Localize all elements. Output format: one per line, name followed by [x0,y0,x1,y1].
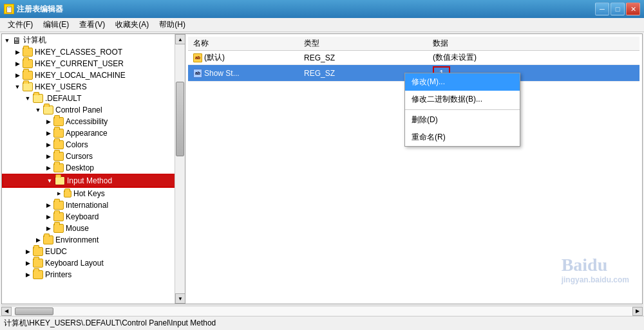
tree-item-mouse[interactable]: ▶ Mouse [2,223,185,234]
expand-hkcu: ▶ [12,59,23,69]
tree-item-default[interactable]: ▼ .DEFAULT [2,93,185,104]
ctx-item-modify[interactable]: 修改(M)... [405,73,520,91]
tree-scrollbar[interactable]: ▲ ▼ [175,34,185,304]
folder-mouse [53,224,64,233]
tree-item-controlpanel[interactable]: ▼ Control Panel [2,104,185,116]
label-hotkeys: Hot Keys [73,189,105,198]
expand-printers: ▶ [23,270,33,280]
computer-icon: 🖥 [12,35,21,46]
tree-item-hkcr[interactable]: ▶ HKEY_CLASSES_ROOT [2,46,185,58]
folder-accessibility [53,117,64,126]
expand-keyboard: ▶ [43,212,53,222]
tree-item-hklm[interactable]: ▶ HKEY_LOCAL_MACHINE [2,69,185,81]
minimize-button[interactable]: ─ [595,3,609,15]
right-panel: 名称 类型 数据 ab (默认) REG_SZ (数值未设置) ab Show … [185,34,642,304]
expand-default: ▼ [23,93,33,104]
cell-name-showstr: ab Show St... [188,69,304,78]
label-inputmethod: Input Method [67,176,112,185]
tree-item-keyboardlayout[interactable]: ▶ Keyboard Layout [2,257,185,269]
close-button[interactable]: ✕ [626,3,640,15]
tree-scroll[interactable]: ▼ 🖥 计算机 ▶ HKEY_CLASSES_ROOT ▶ HKEY_CURRE… [2,34,185,304]
watermark-sub: jingyan.baidu.com [562,275,629,284]
maximize-button[interactable]: □ [611,3,625,15]
label-accessibility: Accessibility [66,117,108,126]
col-header-data: 数据 [433,38,639,49]
cell-data-default: (数值未设置) [433,52,639,63]
expand-environment: ▶ [33,235,43,245]
expand-hklm: ▶ [12,70,23,80]
ctx-item-rename[interactable]: 重命名(R) [405,129,520,146]
tree-item-hku[interactable]: ▼ HKEY_USERS [2,81,185,93]
folder-hklm [23,71,33,80]
folder-hkcr [23,48,33,57]
cell-name-default: ab (默认) [188,52,304,63]
tree-item-keyboard[interactable]: ▶ Keyboard [2,211,185,223]
expand-controlpanel: ▼ [33,105,43,115]
status-bar: 计算机\HKEY_USERS\.DEFAULT\Control Panel\In… [0,316,644,330]
status-text: 计算机\HKEY_USERS\.DEFAULT\Control Panel\In… [4,318,216,329]
expand-hotkeys: ▶ [53,188,64,199]
menu-favorites[interactable]: 收藏夹(A) [110,18,154,32]
scroll-up-btn[interactable]: ▲ [175,34,185,44]
menu-view[interactable]: 查看(V) [74,18,110,32]
ctx-item-delete[interactable]: 删除(D) [405,111,520,129]
folder-eudc [33,247,43,256]
label-appearance: Appearance [66,129,108,138]
folder-colors [53,140,64,149]
scroll-thumb[interactable] [176,82,184,156]
tree-root[interactable]: ▼ 🖥 计算机 [2,34,185,46]
tree-item-inputmethod[interactable]: ▼ Input Method [2,174,185,188]
label-keyboard: Keyboard [66,212,99,221]
menu-help[interactable]: 帮助(H) [154,18,191,32]
h-scrollbar[interactable]: ◀ ▶ [1,306,643,316]
folder-cursors [53,152,64,161]
watermark: Baidu jingyan.baidu.com [562,255,629,284]
expand-keyboardlayout: ▶ [23,258,33,268]
folder-keyboardlayout [33,259,43,268]
col-header-name: 名称 [188,38,304,49]
tree-item-printers[interactable]: ▶ Printers [2,269,185,280]
tree-item-appearance[interactable]: ▶ Appearance [2,127,185,139]
table-row-default[interactable]: ab (默认) REG_SZ (数值未设置) [188,51,639,65]
tree-root-label: 计算机 [23,35,46,46]
label-hklm: HKEY_LOCAL_MACHINE [35,71,126,80]
label-international: International [66,201,108,210]
col-header-type: 类型 [304,38,433,49]
tree-item-hotkeys[interactable]: ▶ Hot Keys [2,188,185,199]
menu-file[interactable]: 文件(F) [3,18,38,32]
folder-international [53,201,64,210]
folder-desktop [53,163,64,172]
expand-accessibility: ▶ [43,116,53,127]
table-header: 名称 类型 数据 [188,37,639,51]
label-showstr: Show St... [204,69,240,78]
tree-item-international[interactable]: ▶ International [2,199,185,211]
folder-inputmethod [55,176,65,185]
hscroll-left-btn[interactable]: ◀ [1,307,12,316]
ctx-item-modify-binary[interactable]: 修改二进制数据(B)... [405,91,520,108]
hscroll-track [12,307,632,316]
folder-controlpanel [43,105,53,115]
menu-edit[interactable]: 编辑(E) [38,18,74,32]
label-eudc: EUDC [45,247,67,256]
label-cursors: Cursors [66,152,93,161]
tree-item-accessibility[interactable]: ▶ Accessibility [2,116,185,127]
tree-item-environment[interactable]: ▶ Environment [2,234,185,246]
hscroll-thumb[interactable] [15,307,53,315]
expand-appearance: ▶ [43,128,53,138]
tree-item-desktop[interactable]: ▶ Desktop [2,162,185,174]
label-colors: Colors [66,140,88,149]
tree-item-colors[interactable]: ▶ Colors [2,139,185,151]
expand-hkcr: ▶ [12,47,23,57]
tree-item-hkcu[interactable]: ▶ HKEY_CURRENT_USER [2,58,185,69]
tree-item-cursors[interactable]: ▶ Cursors [2,151,185,162]
hscroll-right-btn[interactable]: ▶ [632,307,643,316]
expand-icon-root: ▼ [2,35,12,46]
folder-hotkeys [64,190,71,197]
tree-item-eudc[interactable]: ▶ EUDC [2,246,185,257]
expand-eudc: ▶ [23,246,33,257]
label-printers: Printers [45,270,71,279]
scroll-down-btn[interactable]: ▼ [175,293,185,304]
title-bar: 📋 注册表编辑器 ─ □ ✕ [0,0,644,18]
label-environment: Environment [55,235,99,244]
label-hku: HKEY_USERS [35,82,87,91]
